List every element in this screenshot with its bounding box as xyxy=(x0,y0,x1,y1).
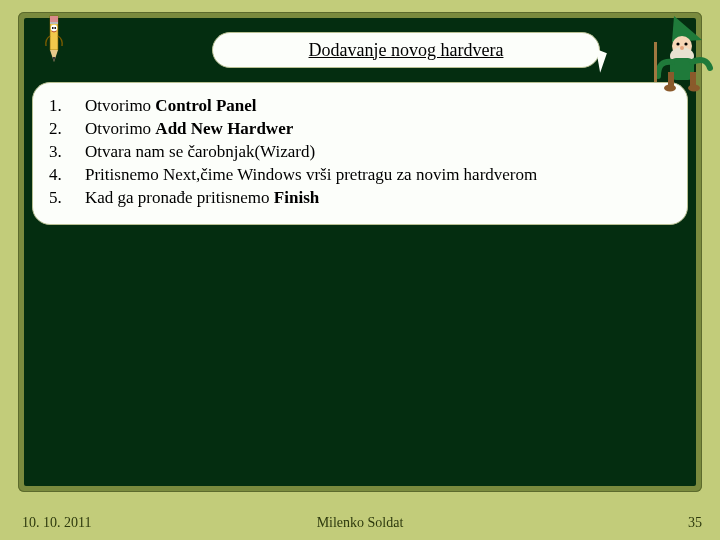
list-text: Otvara nam se čarobnjak(Wizard) xyxy=(85,141,315,164)
svg-point-18 xyxy=(688,85,700,92)
list-text: Otvorimo Add New Hardwer xyxy=(85,118,293,141)
svg-point-7 xyxy=(54,27,56,29)
svg-point-11 xyxy=(676,42,679,45)
list-item: 5. Kad ga pronađe pritisnemo Finish xyxy=(49,187,671,210)
list-text: Otvorimo Control Panel xyxy=(85,95,257,118)
list-number: 2. xyxy=(49,118,85,141)
slide-title: Dodavanje novog hardvera xyxy=(212,32,600,68)
list-item: 4. Pritisnemo Next,čime Windows vrši pre… xyxy=(49,164,671,187)
content-box: 1. Otvorimo Control Panel 2. Otvorimo Ad… xyxy=(32,82,688,225)
footer-page-number: 35 xyxy=(688,515,702,531)
pencil-icon xyxy=(44,12,64,68)
svg-point-17 xyxy=(664,85,676,92)
list-text: Pritisnemo Next,čime Windows vrši pretra… xyxy=(85,164,537,187)
list-text: Kad ga pronađe pritisnemo Finish xyxy=(85,187,319,210)
footer-date: 10. 10. 2011 xyxy=(22,515,91,531)
list-item: 2. Otvorimo Add New Hardwer xyxy=(49,118,671,141)
footer-author: Milenko Soldat xyxy=(0,515,720,531)
svg-point-13 xyxy=(680,46,684,50)
slide-footer: 10. 10. 2011 Milenko Soldat 35 xyxy=(0,506,720,540)
svg-rect-2 xyxy=(50,22,58,24)
svg-point-6 xyxy=(52,27,54,29)
svg-rect-15 xyxy=(668,72,674,86)
list-number: 1. xyxy=(49,95,85,118)
svg-marker-4 xyxy=(53,57,56,62)
chalkboard: Dodavanje novog hardvera 1. Otvorimo Con… xyxy=(24,18,696,486)
list-number: 3. xyxy=(49,141,85,164)
svg-point-5 xyxy=(51,25,57,31)
list-item: 3. Otvara nam se čarobnjak(Wizard) xyxy=(49,141,671,164)
svg-rect-16 xyxy=(690,72,696,86)
speech-tail xyxy=(596,47,610,72)
gnome-icon xyxy=(652,12,718,94)
slide-title-text: Dodavanje novog hardvera xyxy=(309,40,504,61)
svg-rect-1 xyxy=(50,16,58,22)
chalkboard-frame: Dodavanje novog hardvera 1. Otvorimo Con… xyxy=(18,12,702,492)
svg-point-12 xyxy=(684,42,687,45)
svg-rect-19 xyxy=(654,42,657,82)
list-number: 5. xyxy=(49,187,85,210)
list-item: 1. Otvorimo Control Panel xyxy=(49,95,671,118)
list-number: 4. xyxy=(49,164,85,187)
